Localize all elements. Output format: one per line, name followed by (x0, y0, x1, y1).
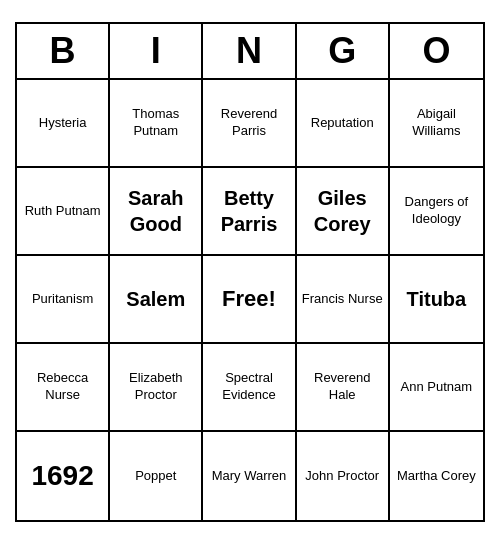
bingo-header: BINGO (17, 24, 483, 80)
header-letter: O (390, 24, 483, 78)
bingo-cell: Poppet (110, 432, 203, 520)
bingo-cell: Free! (203, 256, 296, 344)
header-letter: I (110, 24, 203, 78)
bingo-card: BINGO HysteriaThomas PutnamReverend Parr… (15, 22, 485, 522)
bingo-cell: Thomas Putnam (110, 80, 203, 168)
bingo-cell: Reverend Parris (203, 80, 296, 168)
header-letter: B (17, 24, 110, 78)
bingo-cell: Rebecca Nurse (17, 344, 110, 432)
bingo-cell: Ann Putnam (390, 344, 483, 432)
bingo-cell: Abigail Williams (390, 80, 483, 168)
bingo-cell: Reverend Hale (297, 344, 390, 432)
bingo-cell: Ruth Putnam (17, 168, 110, 256)
header-letter: G (297, 24, 390, 78)
bingo-cell: Salem (110, 256, 203, 344)
bingo-cell: Spectral Evidence (203, 344, 296, 432)
bingo-cell: John Proctor (297, 432, 390, 520)
bingo-cell: Reputation (297, 80, 390, 168)
bingo-cell: Dangers of Ideology (390, 168, 483, 256)
bingo-cell: Puritanism (17, 256, 110, 344)
bingo-cell: Hysteria (17, 80, 110, 168)
bingo-cell: Tituba (390, 256, 483, 344)
bingo-cell: 1692 (17, 432, 110, 520)
bingo-cell: Sarah Good (110, 168, 203, 256)
bingo-grid: HysteriaThomas PutnamReverend ParrisRepu… (17, 80, 483, 520)
bingo-cell: Betty Parris (203, 168, 296, 256)
bingo-cell: Mary Warren (203, 432, 296, 520)
header-letter: N (203, 24, 296, 78)
bingo-cell: Elizabeth Proctor (110, 344, 203, 432)
bingo-cell: Francis Nurse (297, 256, 390, 344)
bingo-cell: Giles Corey (297, 168, 390, 256)
bingo-cell: Martha Corey (390, 432, 483, 520)
